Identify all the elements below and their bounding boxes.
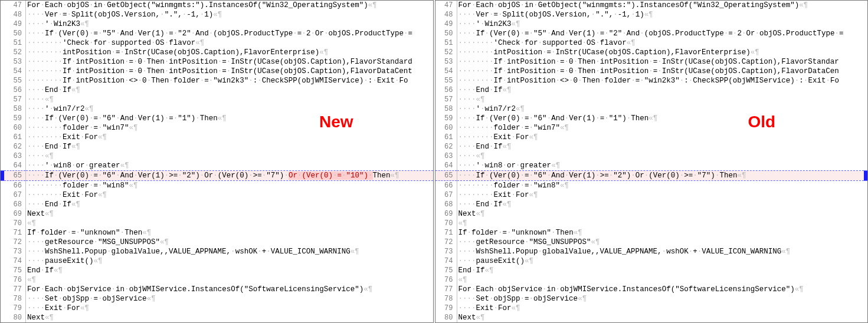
code-line[interactable]: 71If·folder·=·"unknown"·Then«¶ xyxy=(1,228,433,238)
code-cell[interactable]: ····'·win7/r2«¶ xyxy=(457,104,864,114)
code-cell[interactable]: ········Exit·For«¶ xyxy=(457,190,864,200)
code-line[interactable]: 75End·If«¶ xyxy=(435,266,868,275)
code-line[interactable]: 61········Exit·For«¶ xyxy=(1,133,433,142)
code-line[interactable]: 73····WshShell.Popup·globalValue,,VALUE_… xyxy=(1,247,433,256)
code-line[interactable]: 67········Exit·For«¶ xyxy=(435,190,868,200)
code-cell[interactable]: ····End·If«¶ xyxy=(26,142,433,151)
code-cell[interactable]: ········If·intPosition·<>·0·Then·folder·… xyxy=(457,76,864,85)
code-cell[interactable]: ····If·(Ver(0)·=·"6"·And·Ver(1)·=·"1")·T… xyxy=(457,114,864,123)
code-cell[interactable]: «¶ xyxy=(457,275,864,285)
code-cell[interactable]: ····«¶ xyxy=(457,151,864,161)
code-cell[interactable]: ········If·intPosition·=·0·Then·intPosit… xyxy=(26,67,433,76)
code-cell[interactable]: ····Set·objSpp·=·objService«¶ xyxy=(26,294,433,304)
code-cell[interactable]: ····«¶ xyxy=(26,151,433,161)
code-line[interactable]: 70«¶ xyxy=(435,219,868,228)
code-cell[interactable]: ········intPosition·=·InStr(UCase(objOS.… xyxy=(26,48,433,57)
code-cell[interactable]: ····If·(Ver(0)·=·"6"·And·Ver(1)·>=·"2")·… xyxy=(26,171,433,181)
code-cell[interactable]: End·If«¶ xyxy=(26,266,433,275)
code-line[interactable]: 76«¶ xyxy=(435,275,868,285)
code-cell[interactable]: ····'·Win2K3«¶ xyxy=(26,19,433,29)
code-line[interactable]: 55········If·intPosition·<>·0·Then·folde… xyxy=(435,76,868,85)
code-cell[interactable]: ····If·(Ver(0)·=·"5"·And·Ver(1)·=·"2"·An… xyxy=(457,29,864,38)
code-cell[interactable]: ········folder·=·"win8"«¶ xyxy=(457,181,864,191)
code-cell[interactable]: ········If·intPosition·<>·0·Then·folder·… xyxy=(26,76,433,85)
code-line[interactable]: 48····Ver·=·Split(objOS.Version,·".",·-1… xyxy=(1,10,433,19)
code-line[interactable]: 74····pauseExit()«¶ xyxy=(1,256,433,266)
code-line[interactable]: 53········If·intPosition·=·0·Then·intPos… xyxy=(435,57,868,67)
code-line[interactable]: 70«¶ xyxy=(1,219,433,228)
code-line[interactable]: 68····End·If«¶ xyxy=(1,200,433,209)
code-cell[interactable]: Next«¶ xyxy=(26,209,433,219)
code-cell[interactable]: ····If·(Ver(0)·=·"5"·And·Ver(1)·=·"2"·An… xyxy=(26,29,433,38)
code-line[interactable]: 68····End·If«¶ xyxy=(435,200,868,209)
code-cell[interactable]: ········folder·=·"win7"«¶ xyxy=(26,123,433,133)
code-cell[interactable]: ········'Check·for·supported·OS·flavor«¶ xyxy=(26,38,433,48)
code-line[interactable]: 51········'Check·for·supported·OS·flavor… xyxy=(1,38,433,48)
code-line[interactable]: 54········If·intPosition·=·0·Then·intPos… xyxy=(1,67,433,76)
code-cell[interactable]: ····'·Win2K3«¶ xyxy=(457,19,864,29)
code-cell[interactable]: ····'·win7/r2«¶ xyxy=(26,104,433,114)
code-cell[interactable]: For·Each·objService·in·objWMIService.Ins… xyxy=(26,285,433,294)
code-cell[interactable]: ····Exit·For«¶ xyxy=(457,304,864,313)
code-line[interactable]: 73····WshShell.Popup·globalValue,,VALUE_… xyxy=(435,247,868,256)
code-line[interactable]: 59····If·(Ver(0)·=·"6"·And·Ver(1)·=·"1")… xyxy=(435,114,868,123)
code-cell[interactable]: ····getResource·"MSG_UNSUPPOS"«¶ xyxy=(457,238,864,247)
code-line[interactable]: 61········Exit·For«¶ xyxy=(435,133,868,142)
code-line[interactable]: 50····If·(Ver(0)·=·"5"·And·Ver(1)·=·"2"·… xyxy=(435,29,868,38)
code-cell[interactable]: «¶ xyxy=(26,275,433,285)
code-cell[interactable]: ····pauseExit()«¶ xyxy=(26,256,433,266)
code-line[interactable]: 59····If·(Ver(0)·=·"6"·And·Ver(1)·=·"1")… xyxy=(1,114,433,123)
code-cell[interactable]: ········intPosition·=·InStr(UCase(objOS.… xyxy=(457,48,864,57)
code-line[interactable]: 52········intPosition·=·InStr(UCase(objO… xyxy=(435,48,868,57)
code-cell[interactable]: End·If«¶ xyxy=(457,266,864,275)
code-cell[interactable]: For·Each·objService·in·objWMIService.Ins… xyxy=(457,285,864,294)
code-line[interactable]: 66········folder·=·"win8"«¶ xyxy=(1,181,433,191)
code-cell[interactable]: Next«¶ xyxy=(457,209,864,219)
code-cell[interactable]: ····End·If«¶ xyxy=(457,142,864,151)
code-cell[interactable]: ········Exit·For«¶ xyxy=(26,190,433,200)
code-line[interactable]: 49····'·Win2K3«¶ xyxy=(435,19,868,29)
code-cell[interactable]: ····pauseExit()«¶ xyxy=(457,256,864,266)
code-line[interactable]: 47For·Each·objOS·in·GetObject("winmgmts:… xyxy=(1,1,433,10)
code-cell[interactable]: ····Exit·For«¶ xyxy=(26,304,433,313)
code-line[interactable]: 79····Exit·For«¶ xyxy=(1,304,433,313)
code-cell[interactable]: ········folder·=·"win7"«¶ xyxy=(457,123,864,133)
code-cell[interactable]: ····Ver·=·Split(objOS.Version,·".",·-1,·… xyxy=(457,10,864,19)
code-line[interactable]: 60········folder·=·"win7"«¶ xyxy=(1,123,433,133)
code-cell[interactable]: ····«¶ xyxy=(26,95,433,104)
code-line[interactable]: 64····'·win8·or·greater«¶ xyxy=(1,161,433,171)
code-cell[interactable]: «¶ xyxy=(457,219,864,228)
left-pane[interactable]: 47For·Each·objOS·in·GetObject("winmgmts:… xyxy=(0,0,434,323)
code-cell[interactable]: If·folder·=·"unknown"·Then«¶ xyxy=(26,228,433,238)
code-line[interactable]: 78····Set·objSpp·=·objService«¶ xyxy=(435,294,868,304)
code-line[interactable]: 65····If·(Ver(0)·=·"6"·And·Ver(1)·>=·"2"… xyxy=(1,171,433,181)
code-line[interactable]: 62····End·If«¶ xyxy=(1,142,433,151)
code-line[interactable]: 76«¶ xyxy=(1,275,433,285)
code-line[interactable]: 57····«¶ xyxy=(435,95,868,104)
code-cell[interactable]: ····Ver·=·Split(objOS.Version,·".",·-1,·… xyxy=(26,10,433,19)
code-cell[interactable]: ········If·intPosition·=·0·Then·intPosit… xyxy=(26,57,433,67)
code-cell[interactable]: ····If·(Ver(0)·=·"6"·And·Ver(1)·=·"1")·T… xyxy=(26,114,433,123)
code-line[interactable]: 78····Set·objSpp·=·objService«¶ xyxy=(1,294,433,304)
code-cell[interactable]: ····End·If«¶ xyxy=(457,85,864,95)
code-cell[interactable]: ····getResource·"MSG_UNSUPPOS"«¶ xyxy=(26,238,433,247)
code-line[interactable]: 48····Ver·=·Split(objOS.Version,·".",·-1… xyxy=(435,10,868,19)
code-line[interactable]: 63····«¶ xyxy=(1,151,433,161)
code-line[interactable]: 74····pauseExit()«¶ xyxy=(435,256,868,266)
code-line[interactable]: 77For·Each·objService·in·objWMIService.I… xyxy=(435,285,868,294)
code-line[interactable]: 62····End·If«¶ xyxy=(435,142,868,151)
code-line[interactable]: 80Next«¶ xyxy=(435,313,868,322)
code-cell[interactable]: ····'·win8·or·greater«¶ xyxy=(26,161,433,171)
code-cell[interactable]: ····WshShell.Popup·globalValue,,VALUE_AP… xyxy=(457,247,864,256)
code-line[interactable]: 72····getResource·"MSG_UNSUPPOS"«¶ xyxy=(1,238,433,247)
code-line[interactable]: 58····'·win7/r2«¶ xyxy=(435,104,868,114)
code-line[interactable]: 58····'·win7/r2«¶ xyxy=(1,104,433,114)
code-line[interactable]: 71If·folder·=·"unknown"·Then«¶ xyxy=(435,228,868,238)
code-cell[interactable]: ········Exit·For«¶ xyxy=(457,133,864,142)
code-line[interactable]: 80Next«¶ xyxy=(1,313,433,322)
code-cell[interactable]: «¶ xyxy=(26,219,433,228)
code-cell[interactable]: ····If·(Ver(0)·=·"6"·And·Ver(1)·>=·"2")·… xyxy=(457,171,864,181)
code-line[interactable]: 63····«¶ xyxy=(435,151,868,161)
code-line[interactable]: 69Next«¶ xyxy=(435,209,868,219)
code-line[interactable]: 52········intPosition·=·InStr(UCase(objO… xyxy=(1,48,433,57)
